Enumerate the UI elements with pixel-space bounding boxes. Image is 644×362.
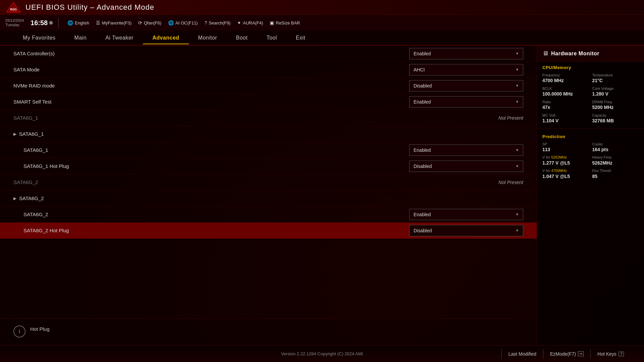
chevron-down-icon: ▼: [516, 164, 519, 168]
chevron-down-icon: ▼: [516, 84, 519, 87]
cpu-memory-title: CPU/Memory: [542, 65, 639, 70]
setting-sata6g2-section[interactable]: ▶ SATA6G_2: [0, 190, 537, 206]
sidebar-title: Hardware Monitor: [551, 51, 599, 57]
setting-label-sata6g2-status: SATA6G_2: [13, 179, 498, 185]
dropdown-select-smart-self-test[interactable]: Enabled ▼: [409, 96, 523, 108]
aura-icon: ✦: [237, 20, 241, 25]
chevron-down-icon: ▼: [516, 213, 519, 216]
title-bar: ROG UEFI BIOS Utility – Advanced Mode: [0, 0, 644, 15]
search-btn[interactable]: ? Search(F9): [201, 19, 234, 27]
setting-label-sata6g2-section: ▶ SATA6G_2: [13, 195, 523, 201]
qfan-btn[interactable]: ⟳ Qfan(F6): [135, 19, 165, 27]
aura-btn[interactable]: ✦ AURA(F4): [234, 19, 266, 27]
stat-ratio: Ratio 47x: [542, 100, 589, 111]
dropdown-select-sata-mode[interactable]: AHCI ▼: [409, 64, 523, 75]
settings-icon[interactable]: ⚙: [49, 20, 53, 25]
setting-sata6g1-hotplug[interactable]: SATA6G_1 Hot Plug Disabled ▼: [0, 158, 537, 174]
time-display: 16:58 ⚙: [31, 19, 53, 27]
v-5262-row: V for 5262MHz 1.277 V @L5 Heavy Freq 526…: [542, 155, 639, 166]
setting-sata6g2-status: SATA6G_2 Not Present: [0, 174, 537, 190]
dropdown-select-nvme-raid[interactable]: Disabled ▼: [409, 80, 523, 92]
settings-table: SATA Controller(s) Enabled ▼ SATA Mode A…: [0, 46, 537, 239]
prediction-title: Prediction: [542, 134, 639, 139]
toolbar: 03/12/2024 Tuesday 16:58 ⚙ 🌐 English ☰ M…: [0, 15, 644, 31]
setting-label-sata6g2-enable: SATA6G_2: [23, 212, 409, 217]
favorite-icon: ☰: [96, 20, 100, 25]
setting-sata-mode[interactable]: SATA Mode AHCI ▼: [0, 62, 537, 78]
setting-nvme-raid[interactable]: NVMe RAID mode Disabled ▼: [0, 78, 537, 94]
stat-dram-freq: DRAM Freq. 5200 MHz: [592, 100, 639, 111]
stat-mc-volt: MC Volt. 1.104 V: [542, 113, 589, 124]
stat-cooler: Cooler 164 pts: [592, 142, 639, 153]
page-title: UEFI BIOS Utility – Advanced Mode: [25, 3, 154, 12]
footer: Version 2.22.1284 Copyright (C) 2024 AMI…: [0, 345, 644, 362]
dropdown-sata-controllers[interactable]: Enabled ▼: [409, 48, 523, 59]
hot-keys-btn[interactable]: Hot Keys ?: [590, 349, 631, 359]
svg-text:ROG: ROG: [10, 8, 17, 11]
dropdown-sata6g1-hotplug[interactable]: Disabled ▼: [409, 161, 523, 172]
ez-mode-btn[interactable]: EzMode(F7) ⇒: [543, 349, 590, 359]
last-modified-btn[interactable]: Last Modified: [501, 349, 543, 359]
setting-sata6g1-enable[interactable]: SATA6G_1 Enabled ▼: [0, 142, 537, 158]
stat-sp: SP 113: [542, 142, 589, 153]
nav-item-ai-tweaker[interactable]: Ai Tweaker: [96, 32, 143, 44]
nav-item-my-favorites[interactable]: My Favorites: [13, 32, 65, 44]
ezmode-icon: ⇒: [578, 351, 584, 356]
globe-icon: 🌐: [67, 20, 73, 25]
stat-temperature: Temperature 21°C: [592, 73, 639, 84]
setting-sata6g2-enable[interactable]: SATA6G_2 Enabled ▼: [0, 206, 537, 223]
cpu-memory-section: CPU/Memory Frequency 4700 MHz Temperatur…: [537, 62, 644, 126]
setting-smart-self-test[interactable]: SMART Self Test Enabled ▼: [0, 94, 537, 110]
resize-icon: ▣: [270, 20, 274, 25]
language-btn[interactable]: 🌐 English: [64, 19, 93, 27]
stat-bclk: BCLK 100.0000 MHz: [542, 86, 589, 98]
stat-v-5262: V for 5262MHz 1.277 V @L5: [542, 155, 589, 166]
dropdown-sata-mode[interactable]: AHCI ▼: [409, 64, 523, 75]
dropdown-nvme-raid[interactable]: Disabled ▼: [409, 80, 523, 92]
rog-logo: ROG: [5, 1, 21, 13]
stat-core-voltage: Core Voltage 1.280 V: [592, 86, 639, 98]
nav-item-tool[interactable]: Tool: [257, 32, 286, 44]
dropdown-select-sata6g2-enable[interactable]: Enabled ▼: [409, 209, 523, 220]
setting-label-sata-controllers: SATA Controller(s): [13, 51, 409, 56]
info-box: i Hot Plug: [0, 318, 537, 345]
dropdown-smart-self-test[interactable]: Enabled ▼: [409, 96, 523, 108]
chevron-down-icon: ▼: [516, 52, 519, 55]
datetime: 03/12/2024 Tuesday: [5, 18, 24, 27]
stat-dos-thresh: Dos Thresh 85: [592, 168, 639, 180]
dropdown-select-sata6g1-enable[interactable]: Enabled ▼: [409, 144, 523, 156]
dropdown-select-sata-controllers[interactable]: Enabled ▼: [409, 48, 523, 59]
chevron-down-icon: ▼: [516, 68, 519, 71]
dropdown-sata6g2-hotplug[interactable]: Disabled ▼: [409, 225, 523, 236]
ai-oc-btn[interactable]: 🌐 AI OC(F11): [165, 19, 201, 27]
setting-sata6g1-status: SATA6G_1 Not Present: [0, 110, 537, 126]
dropdown-select-sata6g1-hotplug[interactable]: Disabled ▼: [409, 161, 523, 172]
setting-label-sata6g1-enable: SATA6G_1: [23, 147, 409, 153]
main-layout: SATA Controller(s) Enabled ▼ SATA Mode A…: [0, 46, 644, 345]
cpu-stats-grid: Frequency 4700 MHz Temperature 21°C BCLK…: [542, 73, 639, 124]
dropdown-sata6g1-enable[interactable]: Enabled ▼: [409, 144, 523, 156]
search-icon: ?: [204, 20, 207, 25]
resize-bar-btn[interactable]: ▣ ReSize BAR: [266, 19, 303, 27]
setting-value-sata6g1-status: Not Present: [498, 115, 523, 121]
dropdown-select-sata6g2-hotplug[interactable]: Disabled ▼: [409, 225, 523, 236]
setting-label-sata6g1-hotplug: SATA6G_1 Hot Plug: [23, 163, 409, 169]
my-favorite-btn[interactable]: ☰ MyFavorite(F3): [93, 19, 135, 27]
setting-sata6g2-hotplug[interactable]: SATA6G_2 Hot Plug Disabled ▼: [0, 223, 537, 239]
arrow-right-icon: ▶: [13, 132, 16, 136]
stat-frequency: Frequency 4700 MHz: [542, 73, 589, 84]
content-area: SATA Controller(s) Enabled ▼ SATA Mode A…: [0, 46, 537, 318]
setting-label-sata6g1-section: ▶ SATA6G_1: [13, 131, 523, 137]
hardware-monitor-sidebar: 🖥 Hardware Monitor CPU/Memory Frequency …: [537, 46, 644, 345]
dropdown-sata6g2-enable[interactable]: Enabled ▼: [409, 209, 523, 220]
setting-sata-controllers[interactable]: SATA Controller(s) Enabled ▼: [0, 46, 537, 62]
nav-menu: My Favorites Main Ai Tweaker Advanced Mo…: [0, 31, 644, 46]
nav-item-exit[interactable]: Exit: [286, 32, 315, 44]
toolbar-separator: [58, 18, 59, 28]
nav-item-advanced[interactable]: Advanced: [143, 32, 189, 44]
nav-item-boot[interactable]: Boot: [226, 32, 257, 44]
setting-sata6g1-section[interactable]: ▶ SATA6G_1: [0, 126, 537, 142]
nav-item-main[interactable]: Main: [65, 32, 96, 44]
arrow-right-icon: ▶: [13, 196, 16, 201]
nav-item-monitor[interactable]: Monitor: [189, 32, 227, 44]
